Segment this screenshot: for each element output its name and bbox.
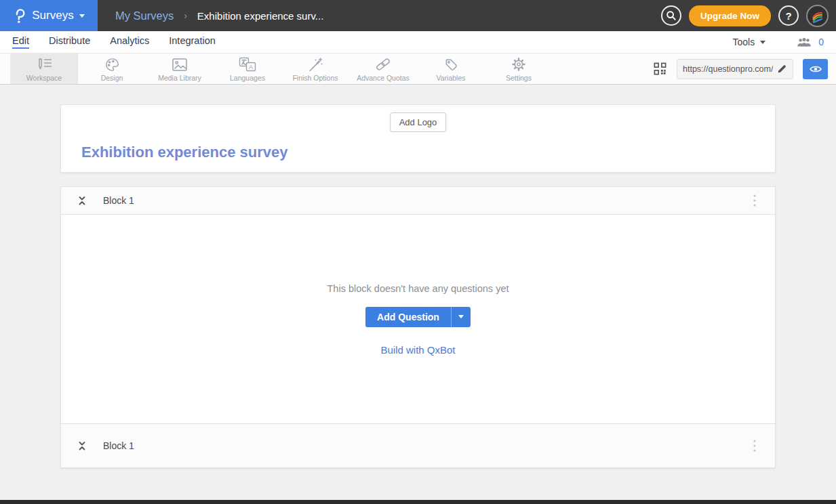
block-2-name[interactable]: Block 1 bbox=[103, 440, 134, 451]
edit-toolbar: Workspace Design Media Library A bbox=[0, 53, 836, 85]
pencil-icon bbox=[777, 64, 787, 74]
tag-icon bbox=[443, 57, 459, 72]
link-icon bbox=[374, 57, 392, 72]
toolbar-item-settings[interactable]: Settings bbox=[485, 54, 553, 84]
toolbar-item-media-library[interactable]: Media Library bbox=[146, 54, 214, 84]
product-switcher-label: Surveys bbox=[32, 9, 73, 22]
add-logo-button[interactable]: Add Logo bbox=[390, 112, 447, 132]
tools-menu-label: Tools bbox=[733, 37, 755, 47]
kebab-menu-icon bbox=[753, 440, 756, 452]
survey-title[interactable]: Exhibition experience survey bbox=[81, 144, 287, 161]
toolbar-item-variables[interactable]: Variables bbox=[417, 54, 485, 84]
workspace-icon bbox=[35, 57, 53, 72]
block-1-more-options-button[interactable] bbox=[751, 192, 759, 209]
block-2-header: Block 1 bbox=[61, 423, 775, 467]
image-icon bbox=[172, 57, 188, 72]
search-icon bbox=[666, 10, 677, 21]
breadcrumb: My Surveys › Exhibition experience surv.… bbox=[115, 9, 323, 22]
eye-icon bbox=[810, 65, 822, 73]
build-with-qxbot-link[interactable]: Build with QxBot bbox=[380, 344, 455, 356]
chevron-down-icon bbox=[79, 14, 85, 18]
toolbar-item-workspace[interactable]: Workspace bbox=[10, 54, 78, 84]
tab-edit[interactable]: Edit bbox=[12, 35, 29, 49]
preview-button[interactable] bbox=[803, 59, 828, 79]
edit-url-button[interactable] bbox=[777, 64, 787, 74]
chevron-down-icon bbox=[760, 41, 765, 44]
topbar-actions: Upgrade Now ? bbox=[661, 5, 836, 27]
product-switcher[interactable]: Surveys bbox=[0, 0, 98, 31]
toolbar-item-label: Media Library bbox=[158, 74, 201, 82]
tab-distribute[interactable]: Distribute bbox=[49, 35, 90, 49]
collapse-block-button[interactable] bbox=[77, 195, 87, 206]
survey-url-field[interactable]: https://questionpro.com/t/AW bbox=[677, 59, 793, 79]
empty-block-message: This block doesn't have any questions ye… bbox=[327, 283, 509, 294]
questionpro-logo-icon bbox=[13, 7, 26, 24]
collapse-icon bbox=[77, 195, 87, 206]
survey-header-card: Add Logo Exhibition experience survey bbox=[60, 104, 776, 173]
add-question-button[interactable]: Add Question bbox=[365, 307, 451, 327]
toolbar-item-label: Finish Options bbox=[292, 74, 338, 82]
survey-workspace: Add Logo Exhibition experience survey Bl… bbox=[0, 85, 836, 468]
toolbar-item-languages[interactable]: A Languages bbox=[214, 54, 281, 84]
collapse-icon bbox=[77, 440, 87, 451]
breadcrumb-separator: › bbox=[184, 10, 187, 21]
block-1-header: Block 1 bbox=[61, 187, 775, 215]
collaborators-count: 0 bbox=[818, 37, 824, 47]
account-logo-icon bbox=[810, 9, 824, 23]
toolbar-item-label: Languages bbox=[230, 74, 265, 82]
block-card: Block 1 This block doesn't have any ques… bbox=[60, 186, 776, 468]
people-icon bbox=[797, 37, 812, 47]
top-bar: Surveys My Surveys › Exhibition experien… bbox=[0, 0, 836, 31]
breadcrumb-current-survey[interactable]: Exhibition experience surv... bbox=[197, 10, 323, 22]
tools-menu[interactable]: Tools bbox=[733, 37, 766, 47]
breadcrumb-my-surveys[interactable]: My Surveys bbox=[115, 9, 174, 22]
survey-nav: Edit Distribute Analytics Integration To… bbox=[0, 31, 836, 53]
tab-analytics[interactable]: Analytics bbox=[110, 35, 149, 49]
collapse-block-button[interactable] bbox=[77, 440, 87, 451]
toolbar-item-design[interactable]: Design bbox=[78, 54, 146, 84]
palette-icon bbox=[104, 57, 120, 72]
toolbar-item-label: Variables bbox=[437, 74, 466, 82]
toolbar-right: https://questionpro.com/t/AW bbox=[653, 54, 836, 84]
upgrade-now-button[interactable]: Upgrade Now bbox=[689, 5, 771, 26]
survey-url-text: https://questionpro.com/t/AW bbox=[683, 64, 773, 74]
avatar[interactable] bbox=[806, 5, 829, 27]
toolbar-item-label: Design bbox=[101, 74, 123, 82]
chevron-down-icon bbox=[458, 315, 464, 318]
block-1-name[interactable]: Block 1 bbox=[103, 195, 134, 206]
tab-integration[interactable]: Integration bbox=[169, 35, 216, 49]
toolbar-item-label: Workspace bbox=[26, 74, 62, 82]
kebab-menu-icon bbox=[753, 194, 756, 207]
toolbar-item-advance-quotas[interactable]: Advance Quotas bbox=[349, 54, 417, 84]
block-1-body: This block doesn't have any questions ye… bbox=[61, 215, 775, 423]
nav-right: Tools 0 bbox=[733, 37, 824, 47]
toolbar-item-finish-options[interactable]: Finish Options bbox=[281, 54, 349, 84]
collaborators-button[interactable]: 0 bbox=[797, 37, 824, 47]
toolbar-item-label: Advance Quotas bbox=[357, 74, 410, 82]
window-bottom-edge bbox=[0, 500, 836, 504]
qr-code-icon bbox=[653, 62, 667, 76]
translate-icon: A bbox=[239, 57, 256, 72]
search-button[interactable] bbox=[661, 5, 681, 26]
wand-icon bbox=[307, 57, 323, 72]
gear-icon bbox=[511, 57, 527, 72]
toolbar-item-label: Settings bbox=[506, 74, 532, 82]
add-question-split-button: Add Question bbox=[365, 307, 471, 327]
add-question-dropdown-button[interactable] bbox=[451, 307, 471, 327]
help-button[interactable]: ? bbox=[778, 5, 799, 26]
nav-tabs: Edit Distribute Analytics Integration bbox=[12, 35, 216, 49]
qr-code-button[interactable] bbox=[653, 62, 667, 76]
svg-text:A: A bbox=[249, 64, 253, 70]
block-2-more-options-button[interactable] bbox=[751, 437, 759, 455]
